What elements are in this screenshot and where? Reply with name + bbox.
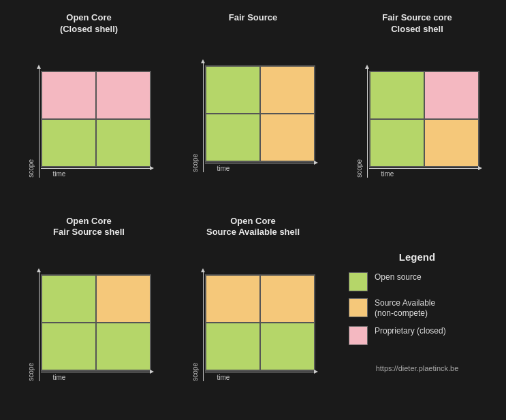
chart-area-2: scope <box>178 28 328 208</box>
quad-bottom-right-5 <box>260 323 315 370</box>
chart-content-3: time <box>369 71 479 178</box>
legend-cell: Legend Open source Source Available(non-… <box>335 210 499 414</box>
quad-top-left-4 <box>42 275 96 323</box>
quad-grid-2 <box>205 65 315 162</box>
main-grid: Open Core(Closed shell) scope <box>0 0 506 420</box>
legend-label-proprietary: Proprietary (closed) <box>375 326 446 337</box>
chart-inner-4: scope <box>27 272 151 381</box>
chart-inner-5: scope <box>191 272 315 381</box>
y-label-3: scope <box>355 159 363 178</box>
quad-grid-5 <box>205 274 315 371</box>
quad-top-left-1 <box>42 71 96 119</box>
x-label-5: time <box>217 374 230 381</box>
quad-top-right-2 <box>260 66 315 114</box>
axes-container-2: scope <box>191 63 315 172</box>
legend-label-source-available: Source Available(non-compete) <box>375 298 435 319</box>
quad-top-right-5 <box>260 275 315 323</box>
quad-bottom-left-1 <box>42 119 96 167</box>
legend-swatch-open-source <box>349 272 368 291</box>
quad-grid-1 <box>41 71 151 167</box>
quad-bottom-left-2 <box>206 114 260 161</box>
x-axis-row-3 <box>369 168 479 169</box>
chart-open-core-source-available-shell: Open CoreSource Available shell scope <box>171 210 335 414</box>
quad-top-left-2 <box>206 66 260 114</box>
y-label-1: scope <box>27 159 35 178</box>
quad-bottom-left-5 <box>206 323 260 370</box>
legend-item-proprietary: Proprietary (closed) <box>349 326 486 345</box>
chart-inner-1: scope <box>27 69 151 178</box>
chart-fair-source: Fair Source scope <box>171 7 335 210</box>
chart-title-2: Fair Source <box>229 12 278 24</box>
x-label-row-1: time <box>41 169 151 178</box>
chart-title-4: Open CoreFair Source shell <box>53 216 125 239</box>
chart-area-1: scope <box>14 39 164 208</box>
x-label-row-5: time <box>205 372 315 381</box>
quad-bottom-right-1 <box>96 119 151 167</box>
url-text: https://dieter.plaetinck.be <box>376 364 459 372</box>
x-label-1: time <box>53 170 66 178</box>
x-label-2: time <box>217 165 230 172</box>
chart-fair-source-core-closed-shell: Fair Source coreClosed shell scope <box>335 7 499 210</box>
y-label-2: scope <box>191 154 199 172</box>
x-label-row-2: time <box>205 163 315 172</box>
quad-top-right-3 <box>424 71 479 119</box>
legend-swatch-source-available <box>349 298 368 317</box>
x-axis-row-5 <box>205 372 315 372</box>
axes-container-1: scope <box>27 69 151 178</box>
quad-bottom-right-3 <box>424 119 479 167</box>
quad-bottom-left-3 <box>370 119 424 167</box>
axes-container-3: scope <box>355 69 479 178</box>
x-axis-row-2 <box>205 163 315 163</box>
quad-grid-3 <box>369 71 479 167</box>
x-label-4: time <box>53 374 66 381</box>
quad-grid-4 <box>41 274 151 371</box>
quad-top-right-4 <box>96 275 151 323</box>
quad-bottom-right-4 <box>96 323 151 370</box>
chart-open-core-fair-source-shell: Open CoreFair Source shell scope <box>7 210 171 414</box>
chart-content-2: time <box>205 65 315 172</box>
legend-item-source-available: Source Available(non-compete) <box>349 298 486 319</box>
y-label-4: scope <box>27 363 35 381</box>
chart-area-5: scope <box>178 242 328 410</box>
chart-content-1: time <box>41 71 151 178</box>
chart-inner-3: scope <box>355 69 479 178</box>
legend-title: Legend <box>399 251 435 263</box>
x-label-row-3: time <box>369 169 479 178</box>
chart-inner-2: scope <box>191 63 315 172</box>
legend-item-open-source: Open source <box>349 272 486 291</box>
quad-bottom-right-2 <box>260 114 315 161</box>
chart-area-3: scope <box>342 39 492 208</box>
legend-label-open-source: Open source <box>375 272 422 283</box>
legend-swatch-proprietary <box>349 326 368 345</box>
quad-top-left-5 <box>206 275 260 323</box>
x-label-row-4: time <box>41 372 151 381</box>
y-label-5: scope <box>191 363 199 381</box>
x-label-3: time <box>381 170 394 178</box>
chart-title-1: Open Core(Closed shell) <box>60 12 118 35</box>
chart-open-core-closed-shell: Open Core(Closed shell) scope <box>7 7 171 210</box>
chart-content-4: time <box>41 274 151 381</box>
quad-bottom-left-4 <box>42 323 96 370</box>
chart-area-4: scope <box>14 242 164 410</box>
axes-container-4: scope <box>27 272 151 381</box>
quad-top-right-1 <box>96 71 151 119</box>
quad-top-left-3 <box>370 71 424 119</box>
chart-title-3: Fair Source coreClosed shell <box>382 12 452 35</box>
x-axis-row-1 <box>41 168 151 169</box>
chart-title-5: Open CoreSource Available shell <box>206 216 300 239</box>
axes-container-5: scope <box>191 272 315 381</box>
x-axis-row-4 <box>41 372 151 372</box>
chart-content-5: time <box>205 274 315 381</box>
